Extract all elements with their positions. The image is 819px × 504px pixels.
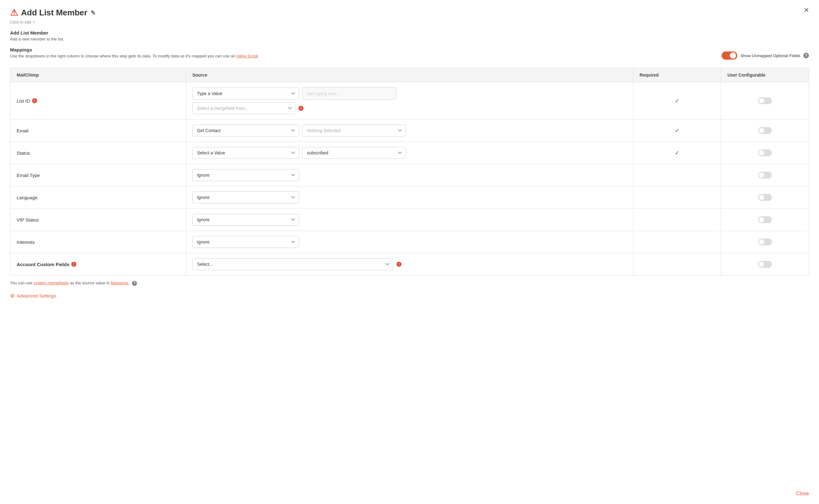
list-id-source-dropdown[interactable]: Type a Value <box>192 88 299 99</box>
footer-text: You can use system mergefields as the so… <box>10 281 809 286</box>
language-source-dropdown[interactable]: Ignore <box>192 191 299 203</box>
advanced-settings-button[interactable]: ⚙ Advanced Settings <box>10 293 56 299</box>
language-config-toggle[interactable] <box>758 194 772 201</box>
interests-config-toggle[interactable] <box>758 239 772 245</box>
col-source: Source <box>186 68 633 82</box>
account-custom-fields-dropdown[interactable]: Select... <box>192 258 393 270</box>
field-name-cell: Email Type <box>10 164 186 186</box>
mergefield-row: Select a mergefield from... ! <box>192 102 627 114</box>
list-id-top-row: Type a Value start typing here... <box>192 87 627 100</box>
status-source-row: Select a Value subscribed <box>192 147 627 159</box>
mappings-link[interactable]: Mappings <box>110 281 128 285</box>
required-check-cell-empty <box>633 209 721 231</box>
vip-status-config-toggle[interactable] <box>758 216 772 223</box>
table-row: Language Ignore <box>10 186 809 209</box>
user-config-cell <box>721 253 809 276</box>
user-config-cell <box>721 186 809 209</box>
custom-fields-source-row: Select... ! <box>192 258 627 270</box>
required-check-cell: ✓ <box>633 120 721 142</box>
list-id-mergefield-dropdown[interactable]: Select a mergefield from... <box>192 102 296 114</box>
advanced-settings-label: Advanced Settings <box>17 293 56 298</box>
field-name-cell: Interests <box>10 231 186 253</box>
mappings-header: Mappings Use the dropdowns in the right … <box>10 47 809 64</box>
required-check-cell-empty <box>633 231 721 253</box>
field-name-cell: Email <box>10 120 186 142</box>
required-check-cell-empty <box>633 164 721 186</box>
close-button[interactable]: Close <box>796 491 809 496</box>
footer-help-icon[interactable]: ? <box>132 281 137 286</box>
show-unmapped-container: Show Unmapped Optional Fields ? <box>722 51 809 60</box>
user-config-cell <box>721 82 809 120</box>
field-name-language: Language <box>17 195 179 200</box>
mergefield-help-icon[interactable]: ! <box>299 106 304 111</box>
col-mailchimp: MailChimp <box>10 68 186 82</box>
required-checkmark: ✓ <box>675 98 680 104</box>
table-row: Email Get Contact Nothing Selected ✓ <box>10 120 809 142</box>
mappings-description: Use the dropdowns in the right column to… <box>10 54 259 58</box>
list-id-text-input[interactable]: start typing here... <box>302 87 396 100</box>
field-name-email: Email <box>17 128 179 133</box>
required-check-cell: ✓ <box>633 142 721 164</box>
table-row: Status Select a Value subscribed ✓ <box>10 142 809 164</box>
email-source-dropdown[interactable]: Get Contact <box>192 125 299 137</box>
mappings-table: MailChimp Source Required User Configura… <box>10 68 809 276</box>
system-mergefields-link[interactable]: system mergefields <box>34 281 69 285</box>
field-name-cell: List ID ! <box>10 82 186 120</box>
field-name-cell: Status <box>10 142 186 164</box>
email-type-source-dropdown[interactable]: Ignore <box>192 169 299 181</box>
email-type-config-toggle[interactable] <box>758 172 772 179</box>
source-cell-interests: Ignore <box>186 231 633 253</box>
custom-fields-help-icon[interactable]: ! <box>71 262 76 267</box>
source-cell-list-id: Type a Value start typing here... Select… <box>186 82 633 120</box>
alert-icon: ⚠ <box>10 8 18 18</box>
modal-title: ⚠ Add List Member ✎ <box>10 8 809 18</box>
status-config-toggle[interactable] <box>758 149 772 156</box>
required-checkmark: ✓ <box>675 150 680 156</box>
field-name-cell: VIP Status <box>10 209 186 231</box>
required-check-cell-empty <box>633 186 721 209</box>
vip-status-source-dropdown[interactable]: Ignore <box>192 214 299 226</box>
required-check-cell: ✓ <box>633 82 721 120</box>
table-row: VIP Status Ignore <box>10 209 809 231</box>
section-subtitle: Add List Member <box>10 30 809 35</box>
source-cell-status: Select a Value subscribed <box>186 142 633 164</box>
required-check-cell-empty <box>633 253 721 276</box>
source-cell-account-custom: Select... ! <box>186 253 633 276</box>
modal-container: × ⚠ Add List Member ✎ Click to edit ✎ Ad… <box>0 0 819 504</box>
email-config-toggle[interactable] <box>758 127 772 134</box>
table-header-row: MailChimp Source Required User Configura… <box>10 68 809 82</box>
show-unmapped-help-icon[interactable]: ? <box>803 53 809 58</box>
show-unmapped-label: Show Unmapped Optional Fields <box>741 53 800 58</box>
account-custom-config-toggle[interactable] <box>758 261 772 268</box>
source-cell-email-type: Ignore <box>186 164 633 186</box>
status-value-dropdown[interactable]: subscribed <box>302 147 406 159</box>
account-custom-right-help[interactable]: ! <box>396 262 401 267</box>
status-source-dropdown[interactable]: Select a Value <box>192 147 299 159</box>
field-name-email-type: Email Type <box>17 173 179 178</box>
inline-script-link[interactable]: Inline Script <box>237 54 258 58</box>
table-row: Email Type Ignore <box>10 164 809 186</box>
field-name-list-id: List ID ! <box>17 98 179 104</box>
modal-footer: Close <box>796 491 809 496</box>
mappings-label: Mappings <box>10 47 259 52</box>
section-description: Add a new member to the list. <box>10 37 809 41</box>
show-unmapped-toggle[interactable] <box>722 51 737 60</box>
user-config-cell <box>721 120 809 142</box>
close-x-button[interactable]: × <box>804 6 809 14</box>
interests-source-dropdown[interactable]: Ignore <box>192 236 299 248</box>
email-value-dropdown[interactable]: Nothing Selected <box>302 125 406 137</box>
email-source-row: Get Contact Nothing Selected <box>192 125 627 137</box>
field-name-cell: Account Custom Fields ! <box>10 253 186 276</box>
field-name-account-custom: Account Custom Fields ! <box>17 262 179 267</box>
modal-title-text: Add List Member <box>21 8 87 18</box>
source-cell-email: Get Contact Nothing Selected <box>186 120 633 142</box>
required-checkmark: ✓ <box>675 127 680 134</box>
click-to-edit-label[interactable]: Click to edit ✎ <box>10 20 809 24</box>
field-name-vip-status: VIP Status <box>17 217 179 223</box>
user-config-cell <box>721 164 809 186</box>
title-edit-icon[interactable]: ✎ <box>90 9 96 17</box>
table-row: Interests Ignore <box>10 231 809 253</box>
col-user-configurable: User Configurable <box>721 68 809 82</box>
source-cell-vip-status: Ignore <box>186 209 633 231</box>
list-id-config-toggle[interactable] <box>758 97 772 104</box>
